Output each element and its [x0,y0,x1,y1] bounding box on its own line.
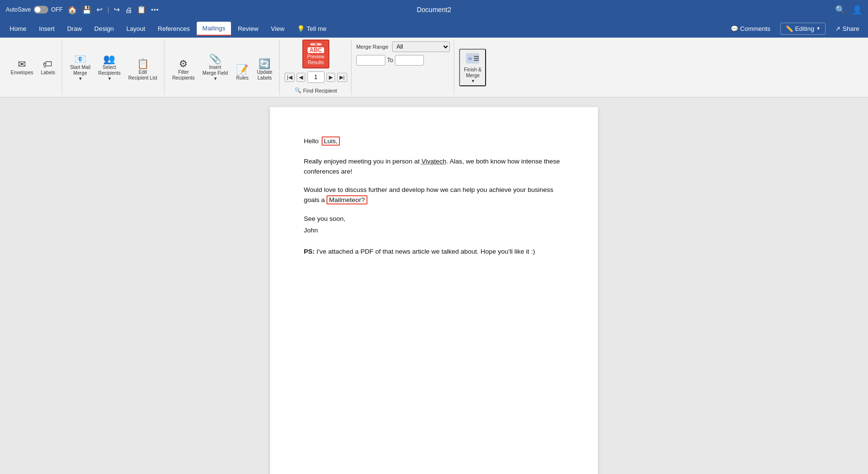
next-record-button[interactable]: ▶ [326,73,335,82]
envelopes-labels-buttons: ✉ Envelopes 🏷 Labels [8,57,58,78]
merge-range-to-input[interactable] [395,55,424,66]
doc-page[interactable]: Hello Luis, Really enjoyed meeting you i… [270,107,598,474]
search-icon[interactable]: 🔍 [835,5,845,15]
start-merge-arrow-icon: ▼ [78,76,82,81]
labels-label: Labels [41,70,55,76]
doc-area: Hello Luis, Really enjoyed meeting you i… [0,97,868,474]
menu-item-references[interactable]: References [152,22,195,35]
start-mail-merge-icon: 📧 [74,54,86,64]
update-labels-button[interactable]: 🔄 Update Labels [254,57,275,83]
ribbon-group-finish: ✉ Finish & Merge ▼ [455,40,490,95]
redo-icon[interactable]: ↪ [114,5,120,14]
vivatech-link: Vivatech [421,158,447,165]
first-record-button[interactable]: |◀ [285,73,295,82]
edit-recipient-list-button[interactable]: 📋 Edit Recipient List [125,57,160,83]
doc-content: Hello Luis, Really enjoyed meeting you i… [304,136,564,257]
share-icon: ↗ [835,25,841,32]
merge-range-select[interactable]: All Current Record Range [392,41,450,52]
select-recipients-label: Select Recipients [98,65,121,76]
start-merge-buttons: 📧 Start Mail Merge ▼ 👥 Select Recipients… [67,52,160,83]
edit-recipient-list-label: Edit Recipient List [128,69,157,81]
more-icon[interactable]: ••• [151,6,159,14]
greeting-text: Hello [304,137,319,145]
menu-item-review[interactable]: Review [232,22,264,35]
print-icon[interactable]: 🖨 [125,6,132,14]
ribbon: ✉ Envelopes 🏷 Labels 📧 Start Mail Merge … [0,38,868,97]
rules-label: Rules [236,75,249,81]
autosave-toggle[interactable] [34,6,48,14]
start-mail-merge-button[interactable]: 📧 Start Mail Merge ▼ [67,52,93,83]
editing-button[interactable]: ✏️ Editing ▼ [780,23,826,35]
update-labels-label: Update Labels [257,69,272,81]
merge-range-from-input[interactable] [356,55,385,66]
prev-record-button[interactable]: ◀ [297,73,305,82]
merge-range-inputs: To [356,55,450,66]
finish-merge-arrow-icon: ▼ [471,79,475,83]
doc-para1: Really enjoyed meeting you in person at … [304,156,564,177]
filter-recipients-label: Filter Recipients [172,69,195,81]
people-icon[interactable]: 👤 [852,5,862,15]
ps-label: PS: [304,248,315,255]
autosave-label: AutoSave [6,6,31,13]
title-bar-right: 🔍 👤 [835,5,862,15]
menu-item-layout[interactable]: Layout [121,22,151,35]
menu-item-design[interactable]: Design [89,22,120,35]
select-recipients-button[interactable]: 👥 Select Recipients ▼ [95,52,123,83]
title-bar: AutoSave OFF 🏠 💾 ↩ | ↪ 🖨 📋 ••• Document2… [0,0,868,19]
save-icon[interactable]: 💾 [82,5,92,14]
find-recipient-button[interactable]: 🔍 Find Recipient [292,86,340,95]
record-number-input[interactable] [307,71,325,83]
menu-item-view[interactable]: View [265,22,290,35]
ribbon-group-write-insert: ⚙ Filter Recipients 📎 Insert Merge Field… [165,40,280,95]
menu-item-tell-me[interactable]: 💡 Tell me [291,22,332,35]
merge-range-to-label: To [387,57,393,64]
editing-icon: ✏️ [786,25,793,32]
name-merge-field: Luis, [322,136,340,146]
menu-item-mailings[interactable]: Mailings [197,22,231,36]
envelopes-label: Envelopes [11,70,33,76]
home-icon[interactable]: 🏠 [68,5,77,14]
menu-item-draw[interactable]: Draw [61,22,87,35]
undo-icon[interactable]: ↩ [96,5,103,14]
rules-button[interactable]: 📝 Rules [233,63,252,83]
finish-merge-label: Finish & Merge [464,67,481,79]
doc-title: Document2 [417,6,451,14]
preview-results-label: Preview Results [307,54,325,66]
nav-controls: |◀ ◀ ▶ ▶| [285,71,347,83]
filter-recipients-icon: ⚙ [179,59,188,68]
labels-icon: 🏷 [43,59,53,69]
share-button[interactable]: ↗ Share [830,23,864,34]
update-labels-icon: 🔄 [258,59,271,68]
title-bar-left: AutoSave OFF 🏠 💾 ↩ | ↪ 🖨 📋 ••• [6,5,159,14]
comments-button[interactable]: 💬 Comments [726,23,775,34]
sign-line1: See you soon, [304,213,564,225]
labels-button[interactable]: 🏷 Labels [38,57,58,78]
envelopes-button[interactable]: ✉ Envelopes [8,57,36,78]
last-record-button[interactable]: ▶| [337,73,347,82]
write-insert-buttons: ⚙ Filter Recipients 📎 Insert Merge Field… [169,52,275,83]
svg-text:✉: ✉ [468,56,472,61]
autosave: AutoSave OFF [6,6,63,14]
menu-item-insert[interactable]: Insert [33,22,61,35]
menu-item-home[interactable]: Home [4,22,32,35]
envelopes-icon: ✉ [18,59,26,69]
sign-line2: John [304,225,564,236]
insert-merge-field-button[interactable]: 📎 Insert Merge Field ▼ [200,52,231,83]
start-mail-merge-label: Start Mail Merge [70,65,90,76]
insert-merge-arrow-icon: ▼ [213,76,217,81]
ps-text: I've attached a PDF of that news article… [315,248,535,255]
filter-recipients-button[interactable]: ⚙ Filter Recipients [169,57,198,83]
preview-results-icon: ⋘⋙ ABC [308,42,324,53]
finish-merge-button[interactable]: ✉ Finish & Merge ▼ [459,49,486,86]
menu-bar-right: 💬 Comments ✏️ Editing ▼ ↗ Share [726,23,864,35]
ribbon-group-start-mail-merge: 📧 Start Mail Merge ▼ 👥 Select Recipients… [63,40,164,95]
preview-results-button[interactable]: ⋘⋙ ABC Preview Results [302,40,329,68]
edit-recipient-list-icon: 📋 [137,59,149,68]
format-icon[interactable]: 📋 [137,5,146,14]
autosave-state: OFF [51,6,63,13]
doc-signature: See you soon, John [304,213,564,237]
doc-para2: Would love to discuss further and develo… [304,185,564,205]
doc-ps: PS: I've attached a PDF of that news art… [304,246,564,257]
merge-range-group: Merge Range All Current Record Range To [353,40,455,95]
rules-icon: 📝 [236,65,248,74]
